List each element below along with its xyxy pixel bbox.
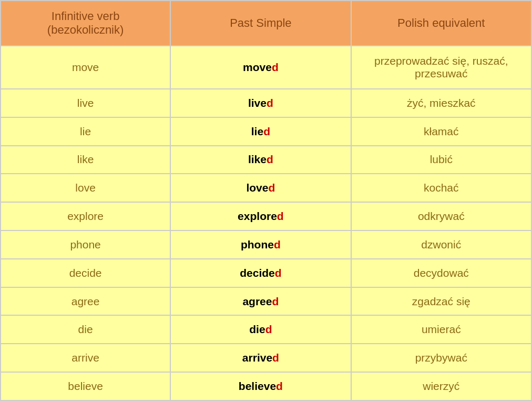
table-container: Infinitive verb (bezokolicznik) Past Sim… — [0, 0, 532, 401]
past-stem: move — [243, 61, 272, 73]
cell-polish: przeprowadzać się, ruszać, przesuwać — [351, 46, 531, 89]
past-stem: arrive — [242, 352, 272, 364]
cell-polish: wierzyć — [351, 372, 531, 400]
table-row: diediedumierać — [1, 315, 531, 344]
cell-infinitive: die — [1, 315, 170, 344]
past-ending: d — [267, 97, 273, 109]
cell-past-simple: moved — [170, 46, 351, 89]
past-ending: d — [265, 323, 272, 335]
past-stem: believe — [239, 380, 276, 392]
past-ending: d — [274, 238, 281, 250]
cell-infinitive: arrive — [1, 344, 170, 372]
cell-polish: żyć, mieszkać — [351, 89, 531, 117]
cell-past-simple: lied — [170, 117, 351, 146]
cell-infinitive: explore — [1, 202, 170, 230]
past-ending: d — [276, 380, 283, 392]
cell-past-simple: believed — [170, 372, 351, 400]
table-row: decidedecideddecydować — [1, 259, 531, 287]
table-row: agreeagreedzgadzać się — [1, 287, 531, 316]
table-row: likelikedlubić — [1, 146, 531, 174]
cell-polish: odkrywać — [351, 202, 531, 230]
table-row: livelivedżyć, mieszkać — [1, 89, 531, 117]
verb-table-body: movemovedprzeprowadzać się, ruszać, prze… — [1, 46, 531, 400]
past-stem: love — [246, 182, 268, 194]
past-ending: d — [272, 61, 279, 73]
past-stem: explore — [238, 210, 277, 222]
cell-past-simple: died — [170, 315, 351, 344]
cell-polish: dzwonić — [351, 230, 531, 259]
header-infinitive: Infinitive verb (bezokolicznik) — [1, 1, 170, 46]
table-row: phonephoneddzwonić — [1, 230, 531, 259]
past-stem: phone — [241, 238, 274, 250]
table-row: exploreexploredodkrywać — [1, 202, 531, 230]
cell-past-simple: loved — [170, 174, 351, 202]
cell-polish: kochać — [351, 174, 531, 202]
past-ending: d — [267, 153, 273, 165]
cell-polish: decydować — [351, 259, 531, 287]
table-row: movemovedprzeprowadzać się, ruszać, prze… — [1, 46, 531, 89]
past-ending: d — [268, 182, 275, 194]
past-stem: live — [248, 97, 267, 109]
cell-infinitive: live — [1, 89, 170, 117]
cell-past-simple: explored — [170, 202, 351, 230]
verb-table: Infinitive verb (bezokolicznik) Past Sim… — [0, 0, 532, 401]
cell-polish: umierać — [351, 315, 531, 344]
table-row: arrivearrivedprzybywać — [1, 344, 531, 372]
cell-infinitive: agree — [1, 287, 170, 316]
past-stem: die — [249, 323, 265, 335]
past-stem: agree — [242, 295, 272, 307]
past-ending: d — [277, 210, 284, 222]
cell-infinitive: believe — [1, 372, 170, 400]
past-ending: d — [275, 267, 282, 279]
cell-polish: lubić — [351, 146, 531, 174]
cell-polish: przybywać — [351, 344, 531, 372]
cell-infinitive: decide — [1, 259, 170, 287]
past-stem: like — [248, 153, 267, 165]
table-row: lovelovedkochać — [1, 174, 531, 202]
table-row: believebelievedwierzyć — [1, 372, 531, 400]
cell-past-simple: decided — [170, 259, 351, 287]
past-stem: lie — [251, 125, 263, 137]
cell-polish: zgadzać się — [351, 287, 531, 316]
cell-past-simple: lived — [170, 89, 351, 117]
cell-infinitive: like — [1, 146, 170, 174]
past-stem: decide — [240, 267, 275, 279]
cell-past-simple: agreed — [170, 287, 351, 316]
cell-infinitive: phone — [1, 230, 170, 259]
cell-polish: kłamać — [351, 117, 531, 146]
past-ending: d — [263, 125, 270, 137]
cell-infinitive: lie — [1, 117, 170, 146]
past-ending: d — [272, 295, 279, 307]
past-ending: d — [272, 352, 279, 364]
cell-past-simple: arrived — [170, 344, 351, 372]
table-row: lieliedkłamać — [1, 117, 531, 146]
cell-past-simple: phoned — [170, 230, 351, 259]
header-row: Infinitive verb (bezokolicznik) Past Sim… — [1, 1, 531, 46]
header-polish: Polish equivalent — [351, 1, 531, 46]
cell-infinitive: move — [1, 46, 170, 89]
cell-past-simple: liked — [170, 146, 351, 174]
header-past-simple: Past Simple — [170, 1, 351, 46]
header-infinitive-line1: Infinitive verb — [52, 9, 120, 23]
header-infinitive-line2: (bezokolicznik) — [47, 23, 124, 36]
cell-infinitive: love — [1, 174, 170, 202]
